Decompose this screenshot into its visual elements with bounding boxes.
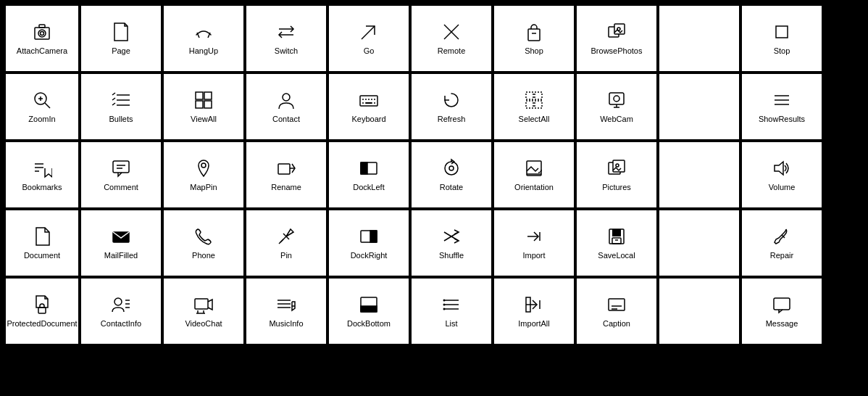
view-all-label: ViewAll [191, 115, 217, 124]
switch-cell[interactable]: Switch [246, 6, 326, 71]
contact-cell[interactable]: Contact [246, 74, 326, 139]
svg-rect-111 [774, 298, 790, 310]
bullets-cell[interactable]: Bullets [81, 74, 161, 139]
bookmarks-cell[interactable]: Bookmarks [6, 142, 78, 207]
webcam-label: WebCam [600, 115, 633, 124]
video-chat-cell[interactable]: VideoChat [164, 279, 243, 344]
webcam-cell[interactable]: WebCam [577, 74, 656, 139]
remote-label: Remote [438, 46, 466, 56]
keyboard-icon [357, 88, 380, 112]
map-pin-label: MapPin [190, 183, 217, 192]
svg-rect-47 [609, 93, 624, 104]
video-chat-icon [192, 293, 215, 316]
main-grid: Page HangUp Switc [81, 6, 822, 344]
svg-line-23 [112, 93, 115, 95]
svg-rect-31 [196, 101, 203, 108]
music-info-cell[interactable]: MusicInfo [246, 279, 326, 344]
page-cell[interactable]: Page [81, 6, 161, 71]
orientation-icon [522, 157, 546, 180]
comment-cell[interactable]: Comment [81, 142, 161, 207]
keyboard-cell[interactable]: Keyboard [329, 74, 409, 139]
video-chat-label: VideoChat [185, 319, 222, 329]
svg-point-85 [114, 298, 122, 305]
phone-icon [192, 225, 215, 248]
protected-document-icon [30, 293, 54, 316]
svg-rect-44 [535, 92, 542, 99]
message-cell[interactable]: Message [742, 279, 822, 344]
dock-left-cell[interactable]: DockLeft [329, 142, 409, 207]
phone-cell[interactable]: Phone [164, 210, 243, 276]
empty-cell-3 [659, 142, 739, 207]
empty-cell-1 [659, 6, 739, 71]
rename-label: Rename [271, 183, 301, 192]
shuffle-label: Shuffle [439, 251, 464, 260]
shuffle-cell[interactable]: Shuffle [412, 210, 491, 276]
import-all-label: ImportAll [518, 319, 549, 329]
svg-rect-46 [535, 101, 542, 108]
pictures-icon [605, 157, 628, 180]
music-info-label: MusicInfo [269, 319, 303, 329]
left-column: AttachCamera ZoomIn [6, 6, 78, 344]
view-all-icon [192, 88, 215, 112]
dock-bottom-label: DockBottom [347, 319, 391, 329]
pin-icon [275, 225, 298, 248]
remote-cell[interactable]: Remote [412, 6, 491, 71]
icon-grid-container: AttachCamera ZoomIn [6, 6, 822, 344]
save-local-cell[interactable]: SaveLocal [577, 210, 656, 276]
caption-cell[interactable]: Caption [577, 279, 656, 344]
zoom-in-cell[interactable]: ZoomIn [6, 74, 78, 139]
volume-cell[interactable]: Volume [742, 142, 822, 207]
rotate-label: Rotate [440, 183, 463, 192]
hang-up-cell[interactable]: HangUp [164, 6, 243, 71]
webcam-icon [605, 88, 628, 112]
contact-icon [275, 88, 298, 112]
view-all-cell[interactable]: ViewAll [164, 74, 243, 139]
repair-cell[interactable]: Repair [742, 210, 822, 276]
switch-label: Switch [275, 46, 298, 56]
svg-rect-45 [526, 101, 533, 108]
stop-label: Stop [774, 46, 790, 56]
svg-line-5 [45, 103, 50, 108]
pictures-cell[interactable]: Pictures [577, 142, 656, 207]
svg-point-1 [38, 30, 46, 37]
svg-point-48 [614, 96, 619, 102]
rename-cell[interactable]: Rename [246, 142, 326, 207]
refresh-cell[interactable]: Refresh [412, 74, 491, 139]
svg-rect-29 [196, 92, 203, 99]
rename-icon [275, 157, 298, 180]
rotate-cell[interactable]: Rotate [412, 142, 491, 207]
volume-label: Volume [769, 183, 796, 192]
comment-label: Comment [104, 183, 138, 192]
stop-cell[interactable]: Stop [742, 6, 822, 71]
protected-document-label: ProtectedDocument [7, 319, 77, 329]
import-all-cell[interactable]: ImportAll [494, 279, 574, 344]
svg-rect-61 [361, 162, 367, 174]
mail-filled-cell[interactable]: MailFilled [81, 210, 161, 276]
import-cell[interactable]: Import [494, 210, 574, 276]
rotate-icon [440, 157, 463, 180]
contact-info-cell[interactable]: ContactInfo [81, 279, 161, 344]
document-cell[interactable]: Document [6, 210, 78, 276]
pin-label: Pin [280, 251, 292, 260]
keyboard-label: Keyboard [351, 115, 385, 124]
save-local-label: SaveLocal [598, 251, 635, 260]
hang-up-label: HangUp [189, 46, 218, 56]
dock-right-cell[interactable]: DockRight [329, 210, 409, 276]
import-label: Import [522, 251, 545, 260]
attach-camera-cell[interactable]: AttachCamera [6, 6, 78, 71]
svg-rect-30 [204, 92, 212, 99]
show-results-cell[interactable]: ShowResults [742, 74, 822, 139]
dock-bottom-cell[interactable]: DockBottom [329, 279, 409, 344]
svg-rect-34 [360, 96, 377, 106]
select-all-cell[interactable]: SelectAll [494, 74, 574, 139]
go-cell[interactable]: Go [329, 6, 409, 71]
list-cell[interactable]: List [412, 279, 491, 344]
shop-cell[interactable]: Shop [494, 6, 574, 71]
contact-info-label: ContactInfo [101, 319, 141, 329]
orientation-cell[interactable]: Orientation [494, 142, 574, 207]
map-pin-cell[interactable]: MapPin [164, 142, 243, 207]
protected-document-cell[interactable]: ProtectedDocument [6, 279, 78, 344]
caption-icon [605, 293, 628, 316]
browse-photos-cell[interactable]: BrowsePhotos [577, 6, 656, 71]
pin-cell[interactable]: Pin [246, 210, 326, 276]
